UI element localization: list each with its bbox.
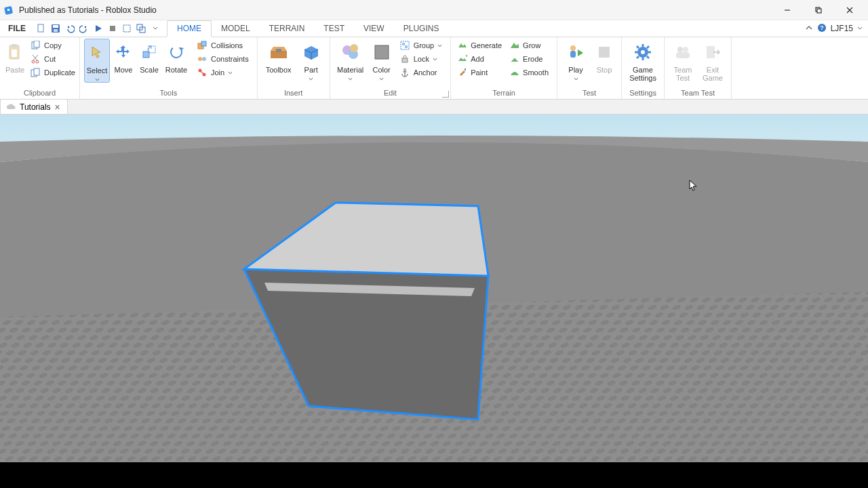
constraints-toggle[interactable]: Constraints bbox=[194, 52, 253, 66]
toolbox-icon bbox=[268, 41, 290, 63]
document-tab-tutorials[interactable]: Tutorials × bbox=[0, 99, 68, 114]
svg-rect-21 bbox=[34, 41, 39, 47]
document-tabs: Tutorials × bbox=[0, 100, 868, 115]
svg-rect-43 bbox=[405, 45, 408, 48]
pause-script-icon[interactable] bbox=[106, 22, 119, 35]
terrain-generate[interactable]: Generate bbox=[455, 39, 506, 52]
window-title-bar: Published as Tutorials - Roblox Studio bbox=[0, 0, 868, 20]
game-settings-button[interactable]: GameSettings bbox=[626, 39, 660, 82]
collapse-ribbon-icon[interactable] bbox=[805, 24, 813, 34]
svg-rect-40 bbox=[375, 45, 389, 59]
user-caret-icon[interactable] bbox=[857, 24, 863, 33]
svg-line-62 bbox=[637, 56, 639, 58]
svg-point-32 bbox=[202, 57, 206, 61]
toolbox-button[interactable]: Toolbox bbox=[262, 39, 296, 74]
select-box-icon[interactable] bbox=[121, 22, 133, 35]
tab-terrain[interactable]: TERRAIN bbox=[260, 20, 315, 37]
terrain-smooth[interactable]: Smooth bbox=[507, 66, 553, 79]
tab-view[interactable]: VIEW bbox=[354, 20, 394, 37]
svg-rect-19 bbox=[12, 49, 17, 57]
gear-icon bbox=[632, 41, 654, 63]
play-button[interactable]: Play bbox=[561, 39, 590, 81]
cloud-icon bbox=[6, 102, 16, 112]
new-icon[interactable] bbox=[35, 22, 47, 35]
join-icon bbox=[197, 67, 208, 78]
exit-icon bbox=[702, 41, 724, 63]
paste-icon bbox=[4, 41, 26, 63]
color-button[interactable]: Color bbox=[368, 39, 395, 81]
ribbon-tabs: HOME MODEL TERRAIN TEST VIEW PLUGINS bbox=[167, 20, 448, 37]
collisions-icon bbox=[197, 40, 208, 51]
terrain-erode[interactable]: Erode bbox=[507, 52, 553, 66]
group-team-test: TeamTest ExitGame Team Test bbox=[665, 37, 732, 99]
rotate-icon bbox=[165, 41, 187, 63]
svg-point-28 bbox=[171, 47, 182, 58]
play-script-icon[interactable] bbox=[92, 22, 104, 35]
selection-add-icon[interactable] bbox=[135, 22, 147, 35]
tab-plugins[interactable]: PLUGINS bbox=[394, 20, 449, 37]
document-tab-label: Tutorials bbox=[20, 102, 51, 112]
terrain-grow[interactable]: Grow bbox=[507, 39, 553, 52]
scale-button[interactable]: Scale bbox=[137, 39, 161, 74]
paste-button[interactable]: Paste bbox=[4, 39, 26, 74]
svg-rect-10 bbox=[54, 29, 58, 32]
cut-button[interactable]: Cut bbox=[27, 52, 79, 66]
viewport-3d[interactable] bbox=[0, 115, 868, 462]
user-name[interactable]: LJF15 bbox=[831, 24, 853, 33]
anchor-button[interactable]: Anchor bbox=[397, 66, 447, 79]
file-menu[interactable]: FILE bbox=[0, 20, 34, 37]
part-button[interactable]: Part bbox=[297, 39, 326, 81]
select-button[interactable]: Select bbox=[84, 39, 110, 83]
edit-group-launcher[interactable] bbox=[442, 91, 449, 98]
close-button[interactable] bbox=[834, 0, 865, 20]
save-icon[interactable] bbox=[50, 22, 62, 35]
collisions-toggle[interactable]: Collisions bbox=[194, 39, 253, 52]
material-button[interactable]: Material bbox=[334, 39, 367, 81]
exit-game-button[interactable]: ExitGame bbox=[698, 39, 727, 82]
svg-point-50 bbox=[570, 45, 576, 51]
svg-rect-1 bbox=[7, 9, 9, 11]
play-icon bbox=[565, 41, 587, 63]
anchor-icon bbox=[399, 67, 410, 78]
terrain-add[interactable]: +Add bbox=[455, 52, 506, 66]
move-icon bbox=[113, 41, 134, 63]
qat-dropdown-icon[interactable] bbox=[149, 22, 161, 35]
team-test-button[interactable]: TeamTest bbox=[669, 39, 697, 82]
tab-home[interactable]: HOME bbox=[167, 20, 212, 37]
add-icon: + bbox=[458, 54, 467, 64]
group-icon bbox=[399, 40, 410, 51]
maximize-button[interactable] bbox=[803, 0, 834, 20]
copy-button[interactable]: Copy bbox=[27, 39, 79, 52]
tab-test[interactable]: TEST bbox=[314, 20, 354, 37]
group-settings: GameSettings Settings bbox=[622, 37, 665, 99]
svg-point-23 bbox=[36, 60, 39, 63]
svg-rect-4 bbox=[817, 9, 821, 13]
svg-rect-36 bbox=[276, 49, 281, 52]
duplicate-button[interactable]: Duplicate bbox=[27, 66, 79, 79]
svg-line-59 bbox=[637, 46, 639, 48]
group-button[interactable]: Group bbox=[397, 39, 447, 52]
minimize-button[interactable] bbox=[772, 0, 803, 20]
undo-icon[interactable] bbox=[64, 22, 76, 35]
window-title: Published as Tutorials - Roblox Studio bbox=[19, 5, 157, 15]
join-button[interactable]: Join bbox=[194, 66, 253, 79]
svg-rect-12 bbox=[123, 25, 130, 32]
team-icon bbox=[672, 41, 694, 63]
lock-button[interactable]: Lock bbox=[397, 52, 447, 66]
group-insert: Toolbox Part Insert bbox=[258, 37, 330, 99]
color-icon bbox=[371, 41, 393, 63]
stop-button[interactable]: Stop bbox=[591, 39, 617, 74]
terrain-paint[interactable]: Paint bbox=[455, 66, 506, 79]
close-tab-icon[interactable]: × bbox=[55, 102, 60, 112]
redo-icon[interactable] bbox=[78, 22, 90, 35]
tab-model[interactable]: MODEL bbox=[212, 20, 260, 37]
cut-icon bbox=[30, 54, 41, 64]
rotate-button[interactable]: Rotate bbox=[163, 39, 190, 74]
svg-rect-7 bbox=[38, 24, 43, 32]
group-test: Play Stop Test bbox=[557, 37, 622, 99]
move-button[interactable]: Move bbox=[111, 39, 136, 74]
svg-rect-51 bbox=[570, 51, 576, 58]
app-icon bbox=[4, 5, 15, 16]
help-icon[interactable]: ? bbox=[817, 23, 827, 35]
group-clipboard: Paste Copy Cut Duplicate bbox=[0, 37, 80, 99]
